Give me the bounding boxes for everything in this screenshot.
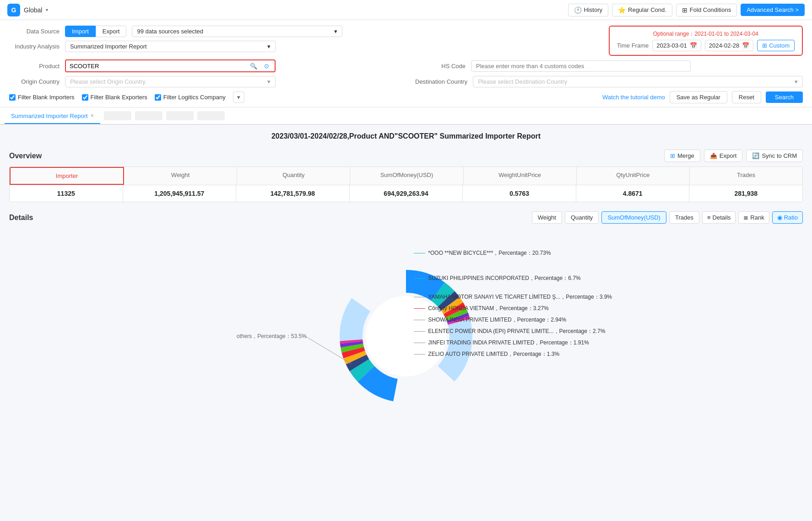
regular-cond-button[interactable]: ⭐ Regular Cond. bbox=[612, 4, 672, 16]
stats-col-weightunitprice: WeightUnitPrice bbox=[464, 167, 577, 185]
label-jinfei: JINFEI TRADING INDIA PRIVATE LIMITED，Per… bbox=[414, 339, 612, 347]
save-as-regular-button[interactable]: Save as Regular bbox=[670, 91, 727, 103]
merge-button[interactable]: ⊞ Merge bbox=[664, 150, 700, 162]
filter-blank-importers[interactable]: Filter Blank Importers bbox=[9, 94, 75, 101]
hs-code-label: HS Code bbox=[415, 63, 466, 70]
sumofmoney-metric-button[interactable]: SumOfMoney(USD) bbox=[601, 211, 666, 224]
close-tab-icon[interactable]: × bbox=[91, 113, 94, 119]
destination-country-selector[interactable]: Please select Destination Country ▾ bbox=[473, 76, 803, 87]
industry-analysis-value: Summarized Importer Report bbox=[70, 43, 147, 50]
export-icon: 📤 bbox=[710, 152, 717, 159]
time-start-input[interactable]: 2023-03-01 📅 bbox=[652, 40, 701, 51]
label-suzuki: SUZUKI PHILIPPINES INCORPORATED，Percenta… bbox=[414, 274, 612, 282]
time-frame-label: Time Frame bbox=[617, 42, 649, 49]
overview-header: Overview ⊞ Merge 📤 Export 🔄 Sync to CRM bbox=[9, 150, 803, 162]
trades-metric-button[interactable]: Trades bbox=[669, 211, 699, 224]
app-chevron-icon[interactable]: ▾ bbox=[46, 7, 48, 12]
report-title: 2023/03/01-2024/02/28,Product AND"SCOOTE… bbox=[9, 132, 803, 140]
report-tab[interactable]: Summarized Importer Report × bbox=[5, 109, 100, 124]
nav-right: 🕐 History ⭐ Regular Cond. ⊞ Fold Conditi… bbox=[568, 4, 805, 16]
filter-exporters-label: Filter Blank Exporters bbox=[91, 94, 147, 101]
advanced-search-button[interactable]: Advanced Search > bbox=[741, 4, 805, 16]
fold-conditions-button[interactable]: ⊞ Fold Conditions bbox=[676, 4, 737, 16]
calendar-end-icon: 📅 bbox=[742, 42, 749, 49]
search-button[interactable]: Search bbox=[766, 91, 803, 103]
export-tab[interactable]: Export bbox=[96, 26, 127, 37]
reset-button[interactable]: Reset bbox=[732, 91, 761, 103]
stat-qtyunitprice-value: 4.8671 bbox=[576, 185, 690, 202]
label-yamaha: YAMAHA MOTOR SANAYI VE TİCARET LİMİTED Ş… bbox=[414, 293, 612, 301]
product-history-icon[interactable]: ⊙ bbox=[261, 60, 272, 71]
stats-table: Importer Weight Quantity SumOfMoney(USD)… bbox=[9, 167, 803, 202]
product-input[interactable] bbox=[66, 61, 245, 71]
filter-row: Filter Blank Importers Filter Blank Expo… bbox=[9, 91, 803, 103]
stats-col-sumofmoney: SumOfMoney(USD) bbox=[350, 167, 463, 185]
hs-code-input[interactable] bbox=[471, 60, 691, 72]
ratio-view-label: Ratio bbox=[784, 214, 798, 221]
sync-crm-button[interactable]: 🔄 Sync to CRM bbox=[746, 150, 803, 162]
app-logo: G bbox=[7, 4, 20, 16]
filter-logistics[interactable]: Filter Logitics Company bbox=[155, 94, 226, 101]
chart-right-labels: *OOO **NEW BICYCLE***，Percentage：20.73% … bbox=[414, 249, 612, 358]
sync-label: Sync to CRM bbox=[762, 152, 797, 159]
others-label: others，Percentage：53.5% bbox=[237, 333, 307, 340]
details-view-label: Details bbox=[713, 214, 731, 221]
origin-country-placeholder: Please select Origin Country bbox=[70, 78, 146, 85]
tutorial-link[interactable]: Watch the tutorial demo bbox=[602, 94, 665, 101]
chart-area: others，Percentage：53.5% bbox=[9, 231, 803, 441]
origin-country-selector[interactable]: Please select Origin Country ▾ bbox=[65, 76, 276, 87]
ratio-view-button[interactable]: ◉ Ratio bbox=[772, 211, 803, 224]
expand-filters-button[interactable]: ▾ bbox=[233, 91, 244, 103]
data-sources-selector[interactable]: 99 data sources selected ▾ bbox=[132, 26, 342, 37]
search-panel: Data Source Import Export 99 data source… bbox=[0, 20, 812, 107]
details-view-button[interactable]: ≡ Details bbox=[702, 211, 736, 224]
product-search-icon[interactable]: 🔍 bbox=[248, 60, 259, 71]
label-new-bicycle: *OOO **NEW BICYCLE***，Percentage：20.73% bbox=[414, 249, 612, 257]
industry-analysis-chevron-icon: ▾ bbox=[267, 43, 271, 50]
tab-placeholders bbox=[100, 111, 228, 120]
tab-placeholder-4 bbox=[197, 111, 225, 120]
overview-actions: ⊞ Merge 📤 Export 🔄 Sync to CRM bbox=[664, 150, 803, 162]
destination-country-placeholder: Please select Destination Country bbox=[478, 78, 567, 85]
star-icon: ⭐ bbox=[618, 6, 626, 14]
stats-col-quantity: Quantity bbox=[237, 167, 350, 185]
export-button[interactable]: 📤 Export bbox=[704, 150, 743, 162]
time-start-value: 2023-03-01 bbox=[656, 42, 687, 49]
filter-importers-label: Filter Blank Importers bbox=[18, 94, 75, 101]
top-nav: G Global ▾ 🕐 History ⭐ Regular Cond. ⊞ F… bbox=[0, 0, 812, 20]
export-label: Export bbox=[720, 152, 737, 159]
stats-col-trades: Trades bbox=[690, 167, 802, 185]
destination-country-label: Destination Country bbox=[415, 78, 467, 85]
data-source-row: Data Source Import Export 99 data source… bbox=[9, 26, 590, 37]
stat-trades-value: 281,938 bbox=[689, 185, 802, 202]
quantity-metric-button[interactable]: Quantity bbox=[565, 211, 599, 224]
data-source-tabs: Import Export bbox=[65, 26, 126, 37]
stats-col-importer: Importer bbox=[10, 167, 124, 185]
industry-analysis-label: Industry Analysis bbox=[9, 43, 60, 50]
stat-sumofmoney-value: 694,929,263.94 bbox=[350, 185, 463, 202]
history-button[interactable]: 🕐 History bbox=[568, 4, 608, 16]
tab-placeholder-2 bbox=[135, 111, 162, 120]
optional-range-text: Optional range：2021-01-01 to 2024-03-04 bbox=[617, 30, 795, 38]
stat-weightunitprice-value: 0.5763 bbox=[463, 185, 576, 202]
time-frame-row: Time Frame 2023-03-01 📅 2024-02-28 📅 ⊞ C… bbox=[617, 40, 795, 51]
rank-view-button[interactable]: ≣ Rank bbox=[738, 211, 769, 224]
filter-logistics-checkbox[interactable] bbox=[155, 94, 161, 101]
stats-col-weight: Weight bbox=[124, 167, 237, 185]
weight-metric-button[interactable]: Weight bbox=[532, 211, 562, 224]
filter-importers-checkbox[interactable] bbox=[9, 94, 16, 101]
time-end-input[interactable]: 2024-02-28 📅 bbox=[705, 40, 754, 51]
main-content: 2023/03/01-2024/02/28,Product AND"SCOOTE… bbox=[0, 125, 812, 449]
filter-blank-exporters[interactable]: Filter Blank Exporters bbox=[82, 94, 147, 101]
industry-analysis-selector[interactable]: Summarized Importer Report ▾ bbox=[65, 41, 276, 52]
custom-button[interactable]: ⊞ Custom bbox=[757, 40, 795, 51]
tab-placeholder-1 bbox=[104, 111, 131, 120]
crm-icon: 🔄 bbox=[752, 152, 759, 159]
import-tab[interactable]: Import bbox=[65, 26, 96, 37]
details-title: Details bbox=[9, 214, 33, 222]
filter-exporters-checkbox[interactable] bbox=[82, 94, 88, 101]
data-source-label: Data Source bbox=[9, 28, 60, 35]
custom-label: Custom bbox=[769, 42, 790, 49]
destination-chevron-icon: ▾ bbox=[795, 78, 798, 85]
nav-left: G Global ▾ bbox=[7, 4, 48, 16]
